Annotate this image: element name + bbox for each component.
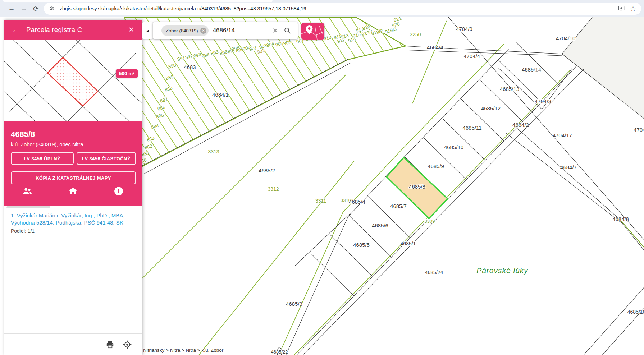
map-label-4685-8[interactable]: 4685/8 <box>409 184 425 190</box>
area-badge: 500 m² <box>116 69 138 78</box>
map-label-4684-4[interactable]: 4684/4 <box>427 44 443 50</box>
map-label-3313[interactable]: 3313 <box>208 149 219 155</box>
map-label-4685-1[interactable]: 4685/1 <box>401 241 416 246</box>
breadcrumb[interactable]: Nitriansky > Nitra > Nitra > k.ú. Zobor <box>143 347 223 353</box>
map-label-4685-3[interactable]: 4685/3 <box>286 301 302 307</box>
chip-remove-icon[interactable]: ✕ <box>200 28 206 34</box>
map-label-4685-10[interactable]: 4685/10 <box>444 144 463 150</box>
owners-icon[interactable] <box>22 186 33 197</box>
search-input[interactable]: 4686/14 <box>213 27 269 34</box>
owner-line2: Východná 528/14, Podhájska, PSČ 941 48, … <box>11 219 133 226</box>
map-label-3250[interactable]: 3250 <box>410 32 421 37</box>
map-label-4685-5[interactable]: 4685/5 <box>353 242 370 248</box>
panel-footer <box>4 334 142 355</box>
map-label-3311[interactable]: 3311 <box>315 198 326 204</box>
map-label-4685-13[interactable]: 4685/13 <box>500 86 519 92</box>
sketch-selected-parcel <box>47 57 98 106</box>
map-label-4704-9[interactable]: 4704/9 <box>456 26 472 32</box>
outside-district-region <box>562 17 644 119</box>
map-label-4685-6[interactable]: 4685/6 <box>372 222 388 229</box>
home-icon[interactable] <box>68 186 78 197</box>
browser-toolbar: ← → ⟳ zbgis.skgeodesy.sk/mapka/sk/katast… <box>0 0 644 17</box>
map-label-4685-4[interactable]: 4685/4 <box>349 199 365 205</box>
parcel-number: 4685/8 <box>11 130 142 139</box>
browser-reload-button[interactable]: ⟳ <box>31 4 41 14</box>
basemap-switcher-button[interactable] <box>301 23 324 40</box>
url-text[interactable]: zbgis.skgeodesy.sk/mapka/sk/kataster/det… <box>60 6 618 11</box>
map-label-4685-16[interactable]: 4685/16 <box>627 309 644 315</box>
parcel-sketch-preview[interactable]: 500 m² <box>4 40 142 121</box>
right-green-lines <box>620 219 644 247</box>
map-label-4685-24[interactable]: 4685/24 <box>425 269 443 275</box>
map-label-4684-7[interactable]: 4684/7 <box>560 164 577 170</box>
map-label-3312[interactable]: 3312 <box>268 186 279 192</box>
map-label-4685-9[interactable]: 4685/9 <box>428 163 444 169</box>
map-label-4685[interactable]: 4685/14 <box>522 66 541 73</box>
active-tab-bottom <box>3 0 273 2</box>
map-label-4684-1[interactable]: 4684/1 <box>212 92 229 98</box>
map-label-4704[interactable]: 4704/10 <box>556 35 575 41</box>
cadastral-map-copy-button[interactable]: KÓPIA Z KATASTRÁLNEJ MAPY <box>11 171 136 184</box>
info-icon[interactable] <box>113 186 124 197</box>
scroll-indicator <box>6 206 50 208</box>
app-window: 8808818828838848858868878888898908918928… <box>0 0 644 355</box>
search-scope-chip[interactable]: Zobor (840319) ✕ <box>161 25 209 36</box>
map-label-4685-2[interactable]: 4685/2 <box>259 167 275 174</box>
browser-back-button[interactable]: ← <box>6 4 17 14</box>
panel-title: Parcela registra C <box>26 26 82 34</box>
print-icon[interactable] <box>105 340 115 349</box>
map-label-4685-7[interactable]: 4685/7 <box>390 203 407 209</box>
lv-partial-button[interactable]: LV 3456 ČIASTOČNÝ <box>77 152 136 165</box>
search-bar[interactable]: Zobor (840319) ✕ 4686/14 <box>153 22 298 39</box>
map-canvas[interactable]: 8808818828838848858868878888898908918928… <box>124 17 644 355</box>
parcel-detail-panel: ← Parcela registra C ✕ 500 m² <box>4 20 142 355</box>
collapse-search-tab[interactable]: ◂ <box>142 22 153 39</box>
map-label-4704-3[interactable]: 4704/3 <box>535 98 551 104</box>
map-label-4704-4[interactable]: 4704/4 <box>463 53 480 59</box>
address-bar[interactable]: zbgis.skgeodesy.sk/mapka/sk/kataster/det… <box>44 3 641 15</box>
bookmark-star-icon[interactable]: ☆ <box>630 5 636 13</box>
map-label-4684-8[interactable]: 4684/8 <box>612 216 629 222</box>
search-icon[interactable] <box>281 24 293 37</box>
map-label-4704-17[interactable]: 4704/17 <box>553 132 572 138</box>
location-pin-icon <box>306 25 313 34</box>
locate-me-icon[interactable] <box>123 340 132 349</box>
map-label-3309[interactable]: 3309 <box>425 218 435 224</box>
map-label-4685-22[interactable]: 4685/22 <box>271 349 288 355</box>
map-label-4683[interactable]: 4683 <box>184 64 196 70</box>
chip-label: Zobor (840319) <box>166 28 198 33</box>
clear-search-icon[interactable] <box>269 24 281 37</box>
map-label-4704-2[interactable]: 4704/2 <box>634 127 644 133</box>
map-label-4685-12[interactable]: 4685/12 <box>481 105 501 111</box>
parcel-info-block: 4685/8 k.ú. Zobor (840319), obec Nitra L… <box>4 121 142 206</box>
parcel-location: k.ú. Zobor (840319), obec Nitra <box>11 142 142 147</box>
lv-full-button[interactable]: LV 3456 ÚPLNÝ <box>11 152 74 165</box>
site-settings-icon[interactable] <box>49 5 55 12</box>
map-label-4684-2[interactable]: 4684/2 <box>512 122 529 128</box>
chevron-left-icon: ◂ <box>146 28 149 33</box>
close-icon[interactable]: ✕ <box>128 26 134 34</box>
install-app-icon[interactable] <box>618 5 625 12</box>
map-label-4685-11[interactable]: 4685/11 <box>462 125 481 131</box>
browser-forward-button[interactable]: → <box>19 4 29 14</box>
ownership-share: Podiel: 1/1 <box>11 228 35 234</box>
cadastral-map-svg: 8808818828838848858868878888898908918928… <box>124 17 644 355</box>
back-arrow-icon[interactable]: ← <box>12 26 20 34</box>
map-label-P-rovsk-l-ky[interactable]: Párovské lúky <box>476 266 528 275</box>
owner-link[interactable]: 1. Vyžinkár Marián r. Vyžinkár, Ing., Ph… <box>11 212 133 226</box>
owner-line1: 1. Vyžinkár Marián r. Vyžinkár, Ing., Ph… <box>11 212 133 219</box>
panel-header: ← Parcela registra C ✕ <box>4 20 142 40</box>
